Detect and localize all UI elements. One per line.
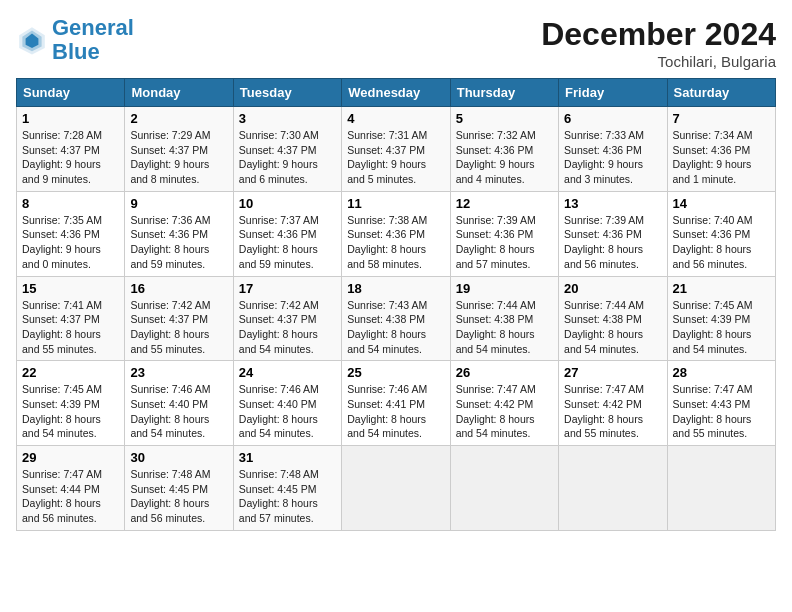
- calendar-week-row: 1Sunrise: 7:28 AM Sunset: 4:37 PM Daylig…: [17, 107, 776, 192]
- day-number: 10: [239, 196, 336, 211]
- day-number: 3: [239, 111, 336, 126]
- calendar-cell: 21Sunrise: 7:45 AM Sunset: 4:39 PM Dayli…: [667, 276, 775, 361]
- day-info: Sunrise: 7:33 AM Sunset: 4:36 PM Dayligh…: [564, 128, 661, 187]
- day-info: Sunrise: 7:28 AM Sunset: 4:37 PM Dayligh…: [22, 128, 119, 187]
- day-number: 9: [130, 196, 227, 211]
- day-info: Sunrise: 7:30 AM Sunset: 4:37 PM Dayligh…: [239, 128, 336, 187]
- calendar-cell: 19Sunrise: 7:44 AM Sunset: 4:38 PM Dayli…: [450, 276, 558, 361]
- weekday-header: Saturday: [667, 79, 775, 107]
- calendar-cell: 15Sunrise: 7:41 AM Sunset: 4:37 PM Dayli…: [17, 276, 125, 361]
- calendar-header: SundayMondayTuesdayWednesdayThursdayFrid…: [17, 79, 776, 107]
- day-number: 22: [22, 365, 119, 380]
- weekday-header: Thursday: [450, 79, 558, 107]
- day-number: 23: [130, 365, 227, 380]
- day-number: 8: [22, 196, 119, 211]
- page-header: General Blue December 2024 Tochilari, Bu…: [16, 16, 776, 70]
- day-number: 21: [673, 281, 770, 296]
- day-number: 11: [347, 196, 444, 211]
- day-number: 15: [22, 281, 119, 296]
- calendar-table: SundayMondayTuesdayWednesdayThursdayFrid…: [16, 78, 776, 531]
- calendar-cell: 22Sunrise: 7:45 AM Sunset: 4:39 PM Dayli…: [17, 361, 125, 446]
- day-info: Sunrise: 7:45 AM Sunset: 4:39 PM Dayligh…: [22, 382, 119, 441]
- day-info: Sunrise: 7:35 AM Sunset: 4:36 PM Dayligh…: [22, 213, 119, 272]
- calendar-cell: 24Sunrise: 7:46 AM Sunset: 4:40 PM Dayli…: [233, 361, 341, 446]
- weekday-header: Wednesday: [342, 79, 450, 107]
- day-number: 25: [347, 365, 444, 380]
- weekday-header: Monday: [125, 79, 233, 107]
- calendar-cell: 25Sunrise: 7:46 AM Sunset: 4:41 PM Dayli…: [342, 361, 450, 446]
- day-number: 27: [564, 365, 661, 380]
- day-number: 26: [456, 365, 553, 380]
- day-info: Sunrise: 7:43 AM Sunset: 4:38 PM Dayligh…: [347, 298, 444, 357]
- day-info: Sunrise: 7:44 AM Sunset: 4:38 PM Dayligh…: [456, 298, 553, 357]
- day-info: Sunrise: 7:46 AM Sunset: 4:40 PM Dayligh…: [130, 382, 227, 441]
- calendar-cell: 26Sunrise: 7:47 AM Sunset: 4:42 PM Dayli…: [450, 361, 558, 446]
- location: Tochilari, Bulgaria: [541, 53, 776, 70]
- calendar-cell: 5Sunrise: 7:32 AM Sunset: 4:36 PM Daylig…: [450, 107, 558, 192]
- day-number: 16: [130, 281, 227, 296]
- calendar-cell: 31Sunrise: 7:48 AM Sunset: 4:45 PM Dayli…: [233, 446, 341, 531]
- day-info: Sunrise: 7:48 AM Sunset: 4:45 PM Dayligh…: [130, 467, 227, 526]
- day-number: 4: [347, 111, 444, 126]
- day-info: Sunrise: 7:41 AM Sunset: 4:37 PM Dayligh…: [22, 298, 119, 357]
- calendar-cell: 11Sunrise: 7:38 AM Sunset: 4:36 PM Dayli…: [342, 191, 450, 276]
- day-info: Sunrise: 7:36 AM Sunset: 4:36 PM Dayligh…: [130, 213, 227, 272]
- logo-line1: General: [52, 15, 134, 40]
- day-info: Sunrise: 7:44 AM Sunset: 4:38 PM Dayligh…: [564, 298, 661, 357]
- calendar-cell: 12Sunrise: 7:39 AM Sunset: 4:36 PM Dayli…: [450, 191, 558, 276]
- day-info: Sunrise: 7:47 AM Sunset: 4:42 PM Dayligh…: [456, 382, 553, 441]
- calendar-cell: 27Sunrise: 7:47 AM Sunset: 4:42 PM Dayli…: [559, 361, 667, 446]
- day-info: Sunrise: 7:47 AM Sunset: 4:43 PM Dayligh…: [673, 382, 770, 441]
- calendar-week-row: 29Sunrise: 7:47 AM Sunset: 4:44 PM Dayli…: [17, 446, 776, 531]
- day-number: 18: [347, 281, 444, 296]
- day-info: Sunrise: 7:37 AM Sunset: 4:36 PM Dayligh…: [239, 213, 336, 272]
- day-number: 29: [22, 450, 119, 465]
- day-number: 19: [456, 281, 553, 296]
- calendar-cell: 13Sunrise: 7:39 AM Sunset: 4:36 PM Dayli…: [559, 191, 667, 276]
- calendar-cell: 17Sunrise: 7:42 AM Sunset: 4:37 PM Dayli…: [233, 276, 341, 361]
- day-info: Sunrise: 7:42 AM Sunset: 4:37 PM Dayligh…: [239, 298, 336, 357]
- calendar-cell: 9Sunrise: 7:36 AM Sunset: 4:36 PM Daylig…: [125, 191, 233, 276]
- day-info: Sunrise: 7:47 AM Sunset: 4:42 PM Dayligh…: [564, 382, 661, 441]
- logo: General Blue: [16, 16, 134, 64]
- calendar-cell: 29Sunrise: 7:47 AM Sunset: 4:44 PM Dayli…: [17, 446, 125, 531]
- day-number: 12: [456, 196, 553, 211]
- day-info: Sunrise: 7:34 AM Sunset: 4:36 PM Dayligh…: [673, 128, 770, 187]
- day-number: 5: [456, 111, 553, 126]
- day-info: Sunrise: 7:40 AM Sunset: 4:36 PM Dayligh…: [673, 213, 770, 272]
- calendar-cell: 10Sunrise: 7:37 AM Sunset: 4:36 PM Dayli…: [233, 191, 341, 276]
- day-number: 30: [130, 450, 227, 465]
- day-number: 13: [564, 196, 661, 211]
- day-number: 1: [22, 111, 119, 126]
- calendar-cell: 28Sunrise: 7:47 AM Sunset: 4:43 PM Dayli…: [667, 361, 775, 446]
- day-info: Sunrise: 7:29 AM Sunset: 4:37 PM Dayligh…: [130, 128, 227, 187]
- calendar-cell: [559, 446, 667, 531]
- day-info: Sunrise: 7:39 AM Sunset: 4:36 PM Dayligh…: [564, 213, 661, 272]
- calendar-cell: 8Sunrise: 7:35 AM Sunset: 4:36 PM Daylig…: [17, 191, 125, 276]
- weekday-header: Friday: [559, 79, 667, 107]
- day-number: 2: [130, 111, 227, 126]
- day-info: Sunrise: 7:47 AM Sunset: 4:44 PM Dayligh…: [22, 467, 119, 526]
- logo-icon: [16, 24, 48, 56]
- calendar-cell: 4Sunrise: 7:31 AM Sunset: 4:37 PM Daylig…: [342, 107, 450, 192]
- calendar-cell: 1Sunrise: 7:28 AM Sunset: 4:37 PM Daylig…: [17, 107, 125, 192]
- title-block: December 2024 Tochilari, Bulgaria: [541, 16, 776, 70]
- logo-line2: Blue: [52, 39, 100, 64]
- day-info: Sunrise: 7:48 AM Sunset: 4:45 PM Dayligh…: [239, 467, 336, 526]
- day-info: Sunrise: 7:38 AM Sunset: 4:36 PM Dayligh…: [347, 213, 444, 272]
- calendar-cell: 2Sunrise: 7:29 AM Sunset: 4:37 PM Daylig…: [125, 107, 233, 192]
- day-info: Sunrise: 7:46 AM Sunset: 4:41 PM Dayligh…: [347, 382, 444, 441]
- calendar-cell: 7Sunrise: 7:34 AM Sunset: 4:36 PM Daylig…: [667, 107, 775, 192]
- calendar-cell: 23Sunrise: 7:46 AM Sunset: 4:40 PM Dayli…: [125, 361, 233, 446]
- calendar-cell: 14Sunrise: 7:40 AM Sunset: 4:36 PM Dayli…: [667, 191, 775, 276]
- calendar-body: 1Sunrise: 7:28 AM Sunset: 4:37 PM Daylig…: [17, 107, 776, 531]
- calendar-cell: 20Sunrise: 7:44 AM Sunset: 4:38 PM Dayli…: [559, 276, 667, 361]
- day-info: Sunrise: 7:42 AM Sunset: 4:37 PM Dayligh…: [130, 298, 227, 357]
- day-number: 28: [673, 365, 770, 380]
- day-info: Sunrise: 7:45 AM Sunset: 4:39 PM Dayligh…: [673, 298, 770, 357]
- calendar-cell: 6Sunrise: 7:33 AM Sunset: 4:36 PM Daylig…: [559, 107, 667, 192]
- day-info: Sunrise: 7:46 AM Sunset: 4:40 PM Dayligh…: [239, 382, 336, 441]
- month-title: December 2024: [541, 16, 776, 53]
- day-number: 7: [673, 111, 770, 126]
- day-number: 24: [239, 365, 336, 380]
